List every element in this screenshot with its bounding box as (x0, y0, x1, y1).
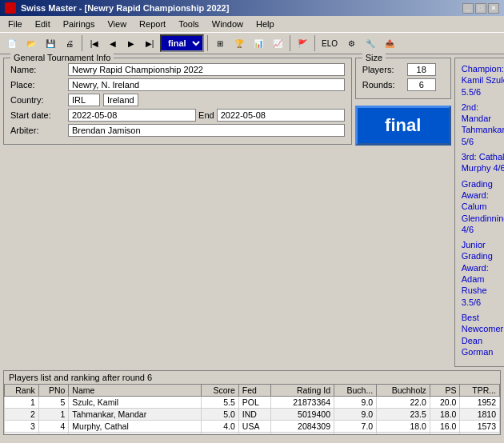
new-button[interactable]: 📄 (3, 34, 21, 52)
country-row: Country: IRL Ireland (10, 94, 345, 106)
players-value[interactable]: 18 (407, 63, 436, 76)
export-button[interactable]: 📤 (381, 34, 398, 52)
cell-rank: 1 (5, 397, 39, 409)
table-header: Players list and ranking after round 6 (4, 371, 500, 384)
cell-name: Murphy, Cathal (69, 421, 202, 433)
prev-button[interactable]: ◀ (104, 34, 122, 52)
menu-view[interactable]: View (101, 18, 133, 30)
cell-buch2: 20.5 (377, 433, 430, 435)
cell-fed: IND (238, 409, 271, 421)
col-tpr: TPR... (460, 385, 500, 397)
top-right-area: Size Players: 18 Rounds: 6 final (355, 58, 451, 367)
cell-fed: USA (238, 421, 271, 433)
chart2-button[interactable]: 📈 (269, 34, 286, 52)
size-box: Size Players: 18 Rounds: 6 (355, 58, 451, 99)
award-third: 3rd: Cathal Murphy 4/6 (462, 151, 504, 174)
final-button[interactable]: final (355, 106, 451, 146)
rounds-row: Rounds: 6 (362, 78, 444, 91)
col-rating: Rating Id (271, 385, 334, 397)
separator-3 (290, 35, 290, 51)
country-code[interactable]: IRL (68, 94, 100, 106)
start-value[interactable]: 2022-05-08 (68, 109, 196, 122)
menu-window[interactable]: Window (206, 18, 250, 30)
cell-pno: 10 (38, 433, 69, 435)
window-controls: _ □ × (462, 3, 499, 14)
rankings-table: Rank PNo Name Score Fed Rating Id Buch..… (4, 384, 500, 435)
cell-score: 4.0 (202, 433, 239, 435)
cell-score: 5.5 (202, 397, 239, 409)
general-info-box: General Tournament Info Name: Newry Rapi… (3, 58, 352, 145)
cell-buch1: 9.0 (334, 397, 376, 409)
cell-pno: 5 (38, 397, 69, 409)
menu-help[interactable]: Help (250, 18, 281, 30)
flag-button[interactable]: 🚩 (294, 34, 311, 52)
table-row[interactable]: 34Murphy, Cathal4.0USA20843097.018.016.0… (5, 421, 500, 433)
col-fed: Fed (238, 385, 271, 397)
tools2-button[interactable]: 🔧 (362, 34, 379, 52)
place-value[interactable]: Newry, N. Ireland (68, 78, 345, 91)
award-grading: Grading Award: Calum Glendinning 4/6 (462, 178, 504, 235)
cell-buch1: 9.0 (334, 409, 376, 421)
name-row: Name: Newry Rapid Championship 2022 (10, 63, 345, 76)
table-body: 15Szulc, Kamil5.5POL218733649.022.020.01… (5, 397, 500, 435)
country-name[interactable]: Ireland (103, 94, 138, 106)
settings-button[interactable]: ⚙ (342, 34, 360, 52)
trophy-button[interactable]: 🏆 (230, 34, 248, 52)
table-row[interactable]: 21Tahmankar, Mandar5.0IND50194009.023.51… (5, 409, 500, 421)
cell-rank: 2 (5, 409, 39, 421)
chart-button[interactable]: 📊 (250, 34, 267, 52)
menu-pairings[interactable]: Pairings (57, 18, 102, 30)
open-button[interactable]: 📂 (22, 34, 40, 52)
size-box-title: Size (362, 53, 386, 62)
close-button[interactable]: × (488, 3, 499, 14)
cell-rating: 21873364 (271, 397, 334, 409)
table-section: Players list and ranking after round 6 R… (3, 370, 501, 435)
cell-name: Glendinning, Calum (69, 433, 202, 435)
cell-fed: IRL (238, 433, 271, 435)
save-button[interactable]: 💾 (42, 34, 59, 52)
arbiter-row: Arbiter: Brendan Jamison (10, 124, 345, 137)
cell-ps: 18.0 (430, 409, 460, 421)
menu-tools[interactable]: Tools (172, 18, 206, 30)
cell-buch2: 22.0 (377, 397, 430, 409)
minimize-button[interactable]: _ (462, 3, 474, 14)
maximize-button[interactable]: □ (475, 3, 486, 14)
name-value[interactable]: Newry Rapid Championship 2022 (68, 63, 345, 76)
players-row: Players: 18 (362, 63, 444, 76)
rounds-value[interactable]: 6 (407, 78, 436, 91)
separator-4 (314, 35, 315, 51)
cell-buch1: 7.0 (334, 421, 376, 433)
table-row[interactable]: 15Szulc, Kamil5.5POL218733649.022.020.01… (5, 397, 500, 409)
print-button[interactable]: 🖨 (61, 34, 78, 52)
cell-ps: 20.0 (430, 397, 460, 409)
award-newcomer-text: Best Newcomer: Dean Gorman (462, 313, 504, 357)
award-junior-text: Junior Grading Award: Adam Rushe 3.5/6 (462, 240, 493, 306)
round-select[interactable]: final (160, 34, 204, 52)
cell-pno: 4 (38, 421, 69, 433)
separator-1 (82, 35, 82, 51)
menu-file[interactable]: File (2, 18, 29, 30)
award-third-text: 3rd: Cathal Murphy 4/6 (462, 152, 504, 173)
cell-fed: POL (238, 397, 271, 409)
cell-tpr: 1573 (460, 421, 500, 433)
menu-report[interactable]: Report (133, 18, 172, 30)
cell-tpr: 1952 (460, 397, 500, 409)
table-row[interactable]: 410Glendinning, Calum4.0IRL25157926.020.… (5, 433, 500, 435)
info-box-title: General Tournament Info (10, 53, 114, 62)
cell-ps: 16.0 (430, 421, 460, 433)
next-button[interactable]: ▶ (122, 34, 140, 52)
menu-edit[interactable]: Edit (29, 18, 57, 30)
elo-button[interactable]: ELO (318, 34, 341, 52)
col-name: Name (69, 385, 202, 397)
cell-buch1: 6.0 (334, 433, 376, 435)
last-button[interactable]: ▶| (141, 34, 158, 52)
country-label: Country: (10, 95, 68, 105)
first-button[interactable]: |◀ (86, 34, 103, 52)
end-value[interactable]: 2022-05-08 (217, 109, 345, 122)
cell-name: Tahmankar, Mandar (69, 409, 202, 421)
arbiter-value[interactable]: Brendan Jamison (68, 124, 345, 137)
grid-button[interactable]: ⊞ (211, 34, 229, 52)
title-bar: Swiss Master - [Newry Rapid Championship… (0, 0, 504, 16)
toolbar: 📄 📂 💾 🖨 |◀ ◀ ▶ ▶| final ⊞ 🏆 📊 📈 🚩 ELO ⚙ … (0, 33, 504, 54)
cell-tpr: 1810 (460, 409, 500, 421)
